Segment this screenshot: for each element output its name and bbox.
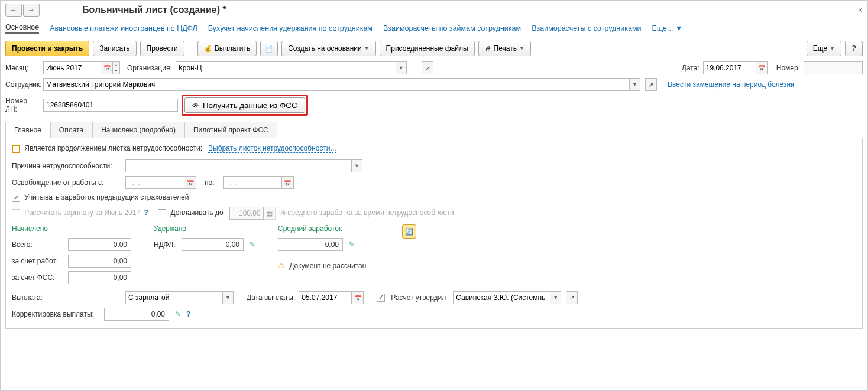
tab-accrued-detail[interactable]: Начислено (подробно)	[92, 122, 184, 138]
fss-share-value[interactable]: 0,00	[68, 271, 131, 284]
nav-loans[interactable]: Взаиморасчеты по займам сотрудникам	[383, 24, 521, 32]
attached-files-button[interactable]: Присоединенные файлы	[380, 41, 475, 56]
employee-open-button[interactable]: ↗	[645, 78, 657, 91]
employee-input[interactable]	[43, 78, 630, 91]
doc-icon	[265, 44, 273, 53]
fss-highlight: Получить данные из ФСС	[182, 95, 308, 116]
get-fss-data-button[interactable]: Получить данные из ФСС	[184, 97, 305, 113]
prev-insurers-checkbox[interactable]	[12, 194, 20, 202]
nav-back-button[interactable]: ←	[5, 4, 22, 17]
reason-input[interactable]	[125, 159, 352, 172]
page-title: Больничный лист (создание) *	[82, 5, 226, 15]
release-to-label: по:	[205, 178, 215, 187]
help-button[interactable]: ?	[845, 41, 863, 56]
ln-input[interactable]	[43, 99, 178, 112]
avg-heading: Средний заработок	[278, 224, 384, 233]
help-correction[interactable]: ?	[186, 310, 190, 318]
write-button[interactable]: Записать	[93, 41, 136, 56]
arrow-left-icon: ←	[10, 6, 17, 14]
topup-label: Доплачивать до	[170, 208, 223, 217]
more-button[interactable]: Еще ▼	[807, 41, 841, 56]
total-label: Всего:	[12, 240, 64, 249]
correction-value[interactable]: 0,00	[104, 308, 169, 321]
ndfl-edit-icon[interactable]: ✎	[250, 240, 255, 249]
number-input[interactable]	[804, 61, 863, 74]
calendar-icon	[103, 64, 111, 72]
continuation-checkbox[interactable]	[12, 145, 20, 153]
nav-advance-payments[interactable]: Авансовые платежи иностранцев по НДФЛ	[50, 24, 197, 32]
total-value[interactable]: 0,00	[68, 238, 131, 251]
doc-icon-button[interactable]	[260, 41, 278, 56]
payout-date-calendar[interactable]	[352, 291, 364, 304]
nav-settlements[interactable]: Взаиморасчеты с сотрудниками	[532, 24, 641, 32]
approver-input[interactable]	[453, 291, 550, 304]
warning-icon: ⚠	[278, 261, 285, 270]
payout-date-input[interactable]	[299, 291, 352, 304]
correction-edit-icon[interactable]: ✎	[175, 310, 181, 318]
approver-open-button[interactable]: ↗	[566, 291, 578, 304]
payout-dropdown-button[interactable]: ▼	[223, 291, 234, 304]
correction-label: Корректировка выплаты:	[12, 310, 101, 318]
nav-forward-button[interactable]: →	[23, 4, 40, 17]
month-label: Месяц:	[5, 64, 40, 72]
tab-main[interactable]: Главное	[5, 122, 50, 138]
release-from-label: Освобождение от работы с:	[12, 178, 122, 187]
calc-salary-label: Рассчитать зарплату за Июнь 2017	[24, 208, 140, 217]
payout-date-label: Дата выплаты:	[247, 294, 295, 302]
continuation-label: Является продолжением листка нетрудоспос…	[24, 144, 202, 152]
release-from-calendar[interactable]	[184, 176, 196, 189]
org-input[interactable]	[176, 61, 396, 74]
month-input[interactable]	[43, 61, 101, 74]
release-to-input[interactable]	[223, 176, 282, 189]
org-dropdown-button[interactable]: ▼	[396, 61, 407, 74]
not-calculated-text: Документ не рассчитан	[289, 262, 366, 270]
topup-spinner-button: ▦	[264, 207, 276, 220]
create-based-button[interactable]: Создать на основании ▼	[281, 41, 375, 56]
org-open-button[interactable]: ↗	[422, 61, 433, 74]
approved-checkbox[interactable]	[377, 294, 385, 302]
substitution-link[interactable]: Ввести замещение на период болезни	[668, 80, 795, 89]
nav-more-dropdown[interactable]: Еще... ▼	[652, 24, 683, 32]
nav-main[interactable]: Основное	[5, 23, 39, 34]
number-label: Номер:	[776, 64, 800, 72]
withheld-heading: Удержано	[154, 224, 260, 233]
fss-share-label: за счет ФСС:	[12, 273, 64, 282]
pay-icon	[204, 44, 212, 53]
eye-icon	[192, 101, 199, 110]
release-from-input[interactable]	[125, 176, 184, 189]
ndfl-value[interactable]: 0,00	[182, 238, 244, 251]
avg-value[interactable]: 0,00	[278, 238, 343, 251]
nav-accounting[interactable]: Бухучет начисления удержания по сотрудни…	[208, 24, 373, 32]
employer-value[interactable]: 0,00	[68, 255, 131, 268]
payout-input[interactable]	[125, 291, 223, 304]
date-calendar-button[interactable]	[756, 61, 768, 74]
avg-edit-icon[interactable]: ✎	[349, 240, 355, 249]
prev-insurers-label: Учитывать заработок предыдущих страховат…	[24, 193, 189, 201]
month-spinner[interactable]: ▲▼	[113, 61, 120, 74]
post-button[interactable]: Провести	[140, 41, 184, 56]
topbar: ← → Больничный лист (создание) * ×	[1, 1, 867, 19]
month-calendar-button[interactable]	[101, 61, 113, 74]
tab-payment[interactable]: Оплата	[50, 122, 92, 138]
calendar-icon	[354, 294, 361, 302]
employee-label: Сотрудник:	[5, 80, 40, 89]
reason-label: Причина нетрудоспособности:	[12, 162, 122, 170]
employee-dropdown-button[interactable]: ▼	[630, 78, 640, 91]
topup-checkbox[interactable]	[158, 209, 166, 217]
employer-label: за счет работ:	[12, 257, 64, 265]
date-input[interactable]	[703, 61, 756, 74]
approver-dropdown-button[interactable]: ▼	[550, 291, 561, 304]
print-button[interactable]: Печать ▼	[478, 41, 531, 56]
select-sheet-link[interactable]: Выбрать листок нетрудоспособности...	[208, 144, 336, 153]
close-button[interactable]: ×	[858, 5, 863, 15]
recalculate-button[interactable]	[402, 224, 416, 239]
reason-dropdown-button[interactable]: ▼	[352, 159, 362, 172]
calc-salary-checkbox	[12, 209, 20, 217]
tab-pilot-fss[interactable]: Пилотный проект ФСС	[184, 122, 277, 138]
calendar-icon	[758, 64, 765, 72]
release-to-calendar[interactable]	[282, 176, 294, 189]
pay-button[interactable]: Выплатить	[197, 41, 257, 56]
ln-label: Номер ЛН:	[5, 97, 40, 113]
help-calc-salary[interactable]: ?	[144, 208, 148, 217]
post-and-close-button[interactable]: Провести и закрыть	[5, 41, 89, 56]
